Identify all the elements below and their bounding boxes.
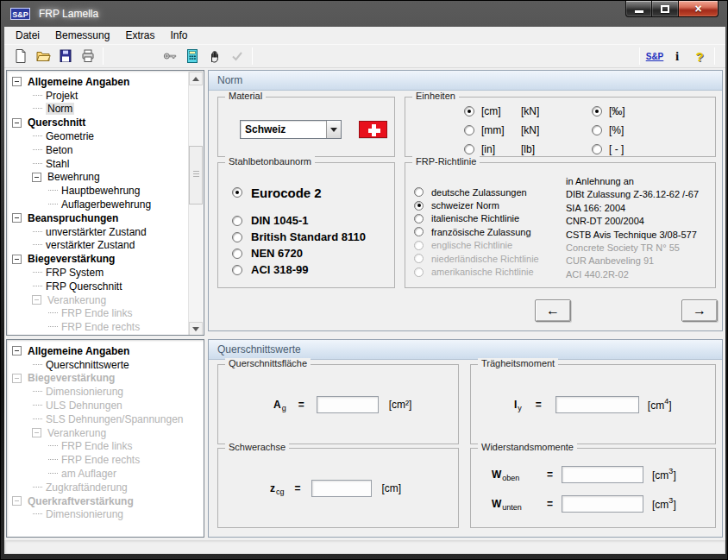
print-button[interactable] xyxy=(77,47,99,66)
menu-bemessung[interactable]: Bemessung xyxy=(47,28,117,43)
material-combobox[interactable]: Schweiz xyxy=(240,120,342,139)
tree-item-allgemeine-angaben[interactable]: Allgemeine Angaben xyxy=(7,75,204,89)
tree-item-frp-ende-rechts[interactable]: FRP Ende rechts xyxy=(7,320,204,334)
tree-item-allgemeine-angaben-2[interactable]: Allgemeine Angaben xyxy=(7,344,204,358)
swiss-flag-icon[interactable] xyxy=(359,121,387,138)
radio-deutsche[interactable] xyxy=(414,187,424,197)
tree-item-bewehrung[interactable]: Bewehrung xyxy=(7,171,204,185)
tree-item-frp-ende-rechts-2[interactable]: FRP Ende rechts xyxy=(7,453,204,467)
tree-item-stahl[interactable]: Stahl xyxy=(7,157,204,171)
unit-ratio-label[interactable]: [‰] xyxy=(609,105,625,117)
tree-item-biegeverstaerkung-2[interactable]: Biegeverstärkung xyxy=(7,372,204,386)
radio-italienische[interactable] xyxy=(414,214,424,223)
unit-length-label[interactable]: [mm] xyxy=(481,124,521,136)
tree-item-hauptbewehrung[interactable]: Hauptbewehrung xyxy=(7,184,204,198)
tree-item-verstaerkter-zustand[interactable]: verstärkter Zustand xyxy=(7,239,204,253)
menu-info[interactable]: Info xyxy=(162,28,195,43)
scrollbar-thumb[interactable] xyxy=(189,146,203,204)
radio-permille[interactable] xyxy=(592,106,602,116)
tree-item-frp-ende-links-2[interactable]: FRP Ende links xyxy=(7,440,204,454)
pan-hand-button[interactable] xyxy=(204,47,226,66)
combobox-dropdown-button[interactable] xyxy=(326,121,341,138)
unit-ratio-label[interactable]: [ - ] xyxy=(609,143,624,155)
tree-item-verankerung-2[interactable]: Verankerung xyxy=(7,426,204,440)
menu-extras[interactable]: Extras xyxy=(117,28,162,43)
tree-item-dimensionierung[interactable]: Dimensionierung xyxy=(7,385,204,399)
collapse-icon[interactable] xyxy=(32,173,41,182)
radio-in-lb[interactable] xyxy=(464,144,474,154)
tree-item-querkraftverstaerkung[interactable]: Querkraftverstärkung xyxy=(7,494,204,508)
maximize-button[interactable] xyxy=(652,1,678,17)
title-bar[interactable]: S&P FRP Lamella × xyxy=(1,1,727,27)
tree-item-am-auflager[interactable]: am Auflager xyxy=(7,467,204,481)
tree-item-frp-system[interactable]: FRP System xyxy=(7,266,204,280)
scroll-up-button[interactable] xyxy=(189,72,203,85)
tree-item-verankerung[interactable]: Verankerung xyxy=(7,293,204,307)
sp-logo-button[interactable]: S&P xyxy=(643,47,666,66)
previous-page-button[interactable]: ← xyxy=(535,299,571,322)
tree-item-auflagerbewehrung[interactable]: Auflagerbewehrung xyxy=(7,198,204,211)
tree-item-biegeverstaerkung[interactable]: Biegeverstärkung xyxy=(7,252,204,266)
ag-input[interactable] xyxy=(317,396,379,413)
radio-franzoesische[interactable] xyxy=(414,227,424,236)
confirm-button[interactable] xyxy=(226,47,248,66)
save-button[interactable] xyxy=(54,47,77,66)
radio-percent[interactable] xyxy=(592,125,602,135)
open-file-button[interactable] xyxy=(32,47,54,66)
collapse-icon[interactable] xyxy=(12,118,22,128)
collapse-icon[interactable] xyxy=(12,77,22,86)
tree-item-unverstaerkter-zustand[interactable]: unverstärkter Zustand xyxy=(7,225,204,239)
radio-option-nen-6720[interactable]: NEN 6720 xyxy=(232,245,394,261)
calculator-button[interactable] xyxy=(181,47,204,66)
close-button[interactable]: × xyxy=(678,1,719,17)
radio-nen6720[interactable] xyxy=(232,249,242,259)
unit-ratio-label[interactable]: [%] xyxy=(609,124,624,136)
tree-scrollbar[interactable] xyxy=(188,72,203,336)
scroll-down-button[interactable] xyxy=(189,322,203,336)
collapse-icon[interactable] xyxy=(12,255,22,264)
radio-cm-kn[interactable] xyxy=(464,106,474,116)
tree-item-frp-ende-links[interactable]: FRP Ende links xyxy=(7,307,204,321)
tree-item-geometrie[interactable]: Geometrie xyxy=(7,129,204,143)
tree-item-norm[interactable]: Norm xyxy=(7,103,204,116)
tree-item-uls-dehnungen[interactable]: ULS Dehnungen xyxy=(7,399,204,412)
iy-input[interactable] xyxy=(555,396,639,413)
menu-datei[interactable]: Datei xyxy=(8,28,47,43)
radio-din[interactable] xyxy=(232,216,242,226)
tree-item-beton[interactable]: Beton xyxy=(7,143,204,157)
radio-aci318[interactable] xyxy=(232,265,242,275)
tree-item-dimensionierung-2[interactable]: Dimensionierung xyxy=(7,508,204,522)
minimize-button[interactable] xyxy=(625,1,652,17)
tree-item-sls-dehnungen[interactable]: SLS Dehnungen/Spannungen xyxy=(7,412,204,426)
collapse-icon[interactable] xyxy=(12,496,22,506)
info-button[interactable]: i xyxy=(666,47,688,66)
w-oben-input[interactable] xyxy=(562,466,643,483)
radio-eurocode2[interactable] xyxy=(232,187,242,198)
radio-option-eurocode2[interactable]: Eurocode 2 xyxy=(232,184,394,201)
radio-option-bs-8110[interactable]: British Standard 8110 xyxy=(232,229,394,245)
help-button[interactable]: ? xyxy=(688,47,711,66)
tree-item-beanspruchungen[interactable]: Beanspruchungen xyxy=(7,211,204,225)
w-unten-input[interactable] xyxy=(562,495,643,513)
radio-option-din-1045-1[interactable]: DIN 1045-1 xyxy=(232,212,394,229)
collapse-icon[interactable] xyxy=(12,346,22,356)
unit-length-label[interactable]: [in] xyxy=(481,143,521,155)
radio-bs8110[interactable] xyxy=(232,232,242,242)
new-document-button[interactable] xyxy=(9,47,32,66)
collapse-icon[interactable] xyxy=(12,374,22,383)
tree-item-querschnittswerte[interactable]: Querschnittswerte xyxy=(7,358,204,372)
radio-mm-kn[interactable] xyxy=(464,125,474,135)
license-key-button[interactable] xyxy=(159,47,181,66)
radio-option-aci-318-99[interactable]: ACI 318-99 xyxy=(232,261,394,278)
zcg-input[interactable] xyxy=(311,480,372,497)
tree-item-frp-querschnitt[interactable]: FRP Querschnitt xyxy=(7,280,204,293)
collapse-icon[interactable] xyxy=(32,428,41,437)
tree-item-querschnitt[interactable]: Querschnitt xyxy=(7,116,204,129)
tree-item-zugkraftaenderung[interactable]: Zugkraftänderung xyxy=(7,481,204,494)
radio-schweizer[interactable] xyxy=(414,201,424,211)
unit-length-label[interactable]: [cm] xyxy=(481,105,521,117)
radio-unitless[interactable] xyxy=(592,144,602,154)
tree-item-projekt[interactable]: Projekt xyxy=(7,89,204,103)
collapse-icon[interactable] xyxy=(12,213,22,223)
collapse-icon[interactable] xyxy=(32,295,41,305)
